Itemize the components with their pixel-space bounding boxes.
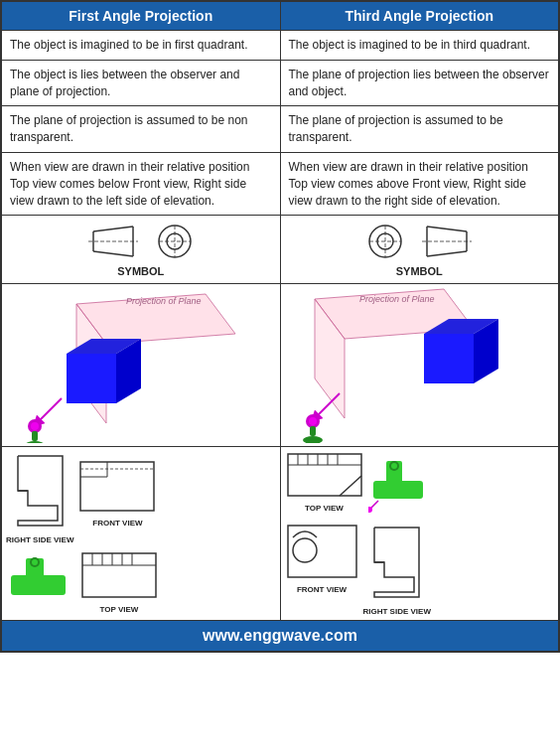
first-front-label: FRONT VIEW bbox=[77, 519, 157, 528]
third-angle-cone-svg bbox=[412, 222, 472, 261]
symbol-cell-left: SYMBOL bbox=[1, 216, 280, 284]
header-first-angle: First Angle Projection bbox=[1, 1, 280, 31]
first-top-view: TOP VIEW bbox=[79, 550, 159, 614]
third-right-side-label: RIGHT SIDE VIEW bbox=[363, 607, 431, 616]
symbol-third-angle bbox=[289, 222, 551, 261]
first-right-side-view: RIGHT SIDE VIEW bbox=[6, 451, 73, 544]
views-cell-left: RIGHT SIDE VIEW FRONT VIEW bbox=[1, 447, 280, 621]
third-right-side-view: RIGHT SIDE VIEW bbox=[363, 523, 431, 616]
svg-line-0 bbox=[93, 227, 133, 231]
svg-line-1 bbox=[93, 251, 133, 256]
third-front-view: FRONT VIEW bbox=[285, 523, 359, 594]
svg-line-14 bbox=[427, 251, 467, 256]
third-green-part bbox=[368, 451, 433, 519]
row3-left: The plane of projection is assumed to be… bbox=[1, 106, 280, 153]
svg-point-26 bbox=[31, 422, 39, 430]
svg-line-24 bbox=[37, 398, 62, 423]
row1-right: The object is imagined to be in third qu… bbox=[280, 31, 559, 61]
views-cell-right: TOP VIEW bbox=[280, 447, 559, 621]
third-angle-circle-svg bbox=[366, 223, 404, 260]
svg-point-39 bbox=[303, 436, 323, 443]
first-green-part bbox=[6, 550, 75, 613]
svg-line-68 bbox=[370, 501, 378, 509]
first-top-label: TOP VIEW bbox=[79, 605, 159, 614]
header-third-angle: Third Angle Projection bbox=[280, 1, 559, 31]
svg-text:Projection of Plane: Projection of Plane bbox=[359, 294, 435, 304]
row4-left: When view are drawn in their relative po… bbox=[1, 152, 280, 215]
first-angle-circle-svg bbox=[156, 223, 194, 260]
comparison-table: First Angle Projection Third Angle Proje… bbox=[0, 0, 560, 653]
svg-line-13 bbox=[427, 227, 467, 231]
row1-left: The object is imagined to be in first qu… bbox=[1, 31, 280, 61]
first-right-side-label: RIGHT SIDE VIEW bbox=[6, 535, 73, 544]
svg-point-67 bbox=[391, 463, 397, 469]
third-angle-diagram-svg: Projection of Plane bbox=[285, 284, 553, 443]
symbol-first-angle bbox=[10, 222, 272, 261]
svg-rect-27 bbox=[32, 431, 38, 441]
row2-right: The plane of projection lies between the… bbox=[280, 60, 559, 106]
svg-rect-56 bbox=[288, 454, 361, 496]
first-front-view: FRONT VIEW bbox=[77, 459, 157, 528]
row4-right: When view are drawn in their relative po… bbox=[280, 152, 559, 215]
svg-marker-21 bbox=[67, 354, 116, 403]
svg-point-71 bbox=[293, 538, 317, 562]
diagram-cell-right: Projection of Plane bbox=[280, 284, 559, 447]
third-top-label: TOP VIEW bbox=[285, 504, 364, 513]
symbol-label-left: SYMBOL bbox=[10, 265, 272, 277]
first-angle-diagram-svg: Projection of Plane bbox=[7, 284, 275, 443]
row2-left: The object is lies between the observer … bbox=[1, 60, 280, 106]
svg-point-37 bbox=[309, 417, 317, 425]
symbol-label-right: SYMBOL bbox=[289, 265, 551, 277]
svg-line-63 bbox=[340, 476, 361, 496]
third-front-label: FRONT VIEW bbox=[285, 585, 359, 594]
svg-point-48 bbox=[32, 559, 38, 565]
footer: www.enggwave.com bbox=[1, 621, 559, 653]
svg-marker-32 bbox=[424, 334, 474, 383]
first-angle-cone-svg bbox=[88, 222, 148, 261]
svg-rect-49 bbox=[82, 553, 156, 597]
third-top-view: TOP VIEW bbox=[285, 451, 364, 513]
svg-rect-38 bbox=[310, 426, 316, 436]
diagram-cell-left: Projection of Plane bbox=[1, 284, 280, 447]
svg-point-28 bbox=[25, 441, 45, 443]
symbol-cell-right: SYMBOL bbox=[280, 216, 559, 284]
svg-text:Projection of Plane: Projection of Plane bbox=[126, 296, 202, 306]
row3-right: The plane of projection is assumed to be… bbox=[280, 106, 559, 153]
